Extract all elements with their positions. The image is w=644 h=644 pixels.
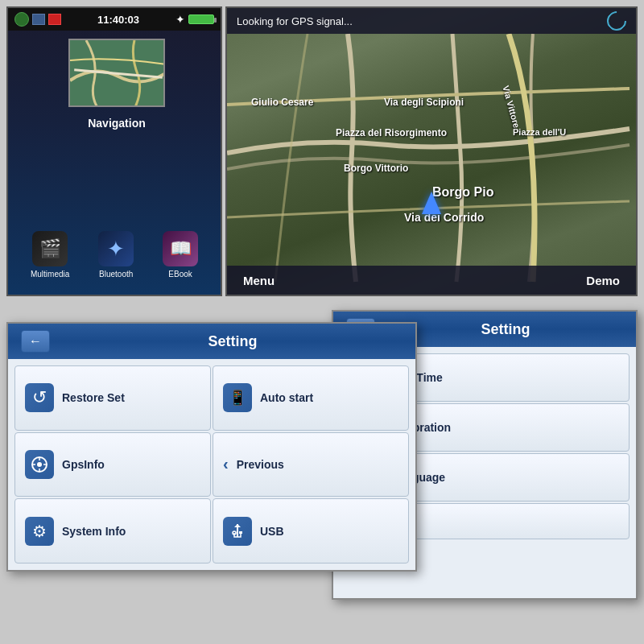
setting-grid-1: ↺ Restore Set 📱 Auto start	[8, 359, 415, 570]
usb-icon	[223, 517, 252, 546]
previous-chevron-icon: ‹	[223, 455, 229, 473]
gps-info-svg	[30, 455, 49, 474]
multimedia-label: Multimedia	[31, 270, 69, 279]
street-borgo-vittorio: Borgo Vittorio	[344, 163, 408, 174]
back-button-1[interactable]: ←	[21, 330, 50, 353]
usb-item[interactable]: USB	[213, 498, 409, 564]
status-icons-left	[14, 12, 61, 27]
street-piazza-dell: Piazza dell'U	[513, 127, 566, 137]
restore-set-label: Restore Set	[62, 391, 125, 404]
system-info-item[interactable]: ⚙ System Info	[14, 498, 211, 564]
previous-label: Previous	[237, 458, 284, 471]
street-borgo-pio: Borgo Pio	[432, 185, 493, 200]
restore-set-icon: ↺	[25, 383, 54, 412]
nav-label[interactable]: Navigation	[68, 117, 165, 130]
multimedia-icon: 🎬	[32, 231, 68, 266]
bottom-icons: 🎬 Multimedia ✦ Bluetooth 📖 EBook	[8, 231, 221, 279]
gps-refresh-icon	[603, 7, 630, 35]
gps-map-background	[227, 8, 636, 295]
ebook-app[interactable]: 📖 EBook	[163, 231, 198, 279]
gps-bottom-bar: Menu Demo	[227, 266, 636, 295]
demo-button[interactable]: Demo	[586, 274, 620, 287]
auto-start-icon: 📱	[223, 383, 252, 412]
gps-status-bar: Looking for GPS signal...	[227, 8, 636, 34]
street-via-scipioni: Via degli Scipioni	[384, 97, 464, 108]
bluetooth-icon: ✦	[98, 231, 134, 266]
bluetooth-app[interactable]: ✦ Bluetooth	[98, 231, 134, 279]
usb-label: USB	[260, 525, 284, 538]
top-section: 11:40:03 ✦ Navigation 🎬 Multimedia	[0, 0, 644, 306]
system-info-icon: ⚙	[25, 517, 54, 546]
gps-info-item[interactable]: GpsInfo	[14, 432, 211, 497]
battery-icon	[188, 14, 214, 24]
street-giulio-cesare: Giulio Cesare	[251, 97, 313, 108]
setting-screen-1: ← Setting ↺ Restore Set 📱 Auto start	[6, 322, 417, 572]
gps-map-svg	[227, 8, 636, 295]
red-square-icon	[48, 14, 61, 25]
ebook-icon: 📖	[163, 231, 198, 266]
gps-signal-text: Looking for GPS signal...	[237, 15, 353, 27]
status-bar: 11:40:03 ✦	[8, 8, 221, 31]
status-icons-right: ✦	[175, 13, 214, 26]
auto-start-label: Auto start	[260, 391, 313, 404]
setting-title-2: Setting	[388, 321, 623, 338]
setting-title-1: Setting	[63, 333, 402, 350]
system-info-label: System Info	[62, 525, 126, 538]
previous-item[interactable]: ‹ Previous	[213, 432, 409, 497]
blue-square-icon	[32, 14, 45, 25]
usb-svg	[229, 522, 246, 540]
bottom-section: ← Setting ✤ DateTime Calibration 🌐	[0, 306, 644, 644]
restore-set-item[interactable]: ↺ Restore Set	[14, 365, 211, 431]
ebook-label: EBook	[168, 270, 192, 279]
svg-point-5	[37, 462, 42, 467]
home-screen: 11:40:03 ✦ Navigation 🎬 Multimedia	[6, 6, 222, 296]
map-svg	[70, 40, 165, 107]
svg-rect-11	[239, 531, 242, 534]
multimedia-app[interactable]: 🎬 Multimedia	[31, 231, 69, 279]
bluetooth-status-icon: ✦	[175, 13, 185, 26]
bluetooth-label: Bluetooth	[99, 270, 133, 279]
street-piazza-risorgimento: Piazza del Risorgimento	[336, 127, 447, 138]
green-circle-icon	[14, 12, 29, 27]
gps-info-icon	[25, 450, 54, 479]
setting-header-1: ← Setting	[8, 324, 415, 359]
auto-start-item[interactable]: 📱 Auto start	[213, 365, 409, 431]
map-thumbnail[interactable]	[68, 39, 165, 107]
menu-button[interactable]: Menu	[243, 274, 275, 287]
gps-info-label: GpsInfo	[62, 458, 105, 471]
gps-screen: Looking for GPS signal... Giulio Cesare …	[225, 6, 638, 296]
street-via-corrido: Via dei Corrido	[404, 211, 484, 224]
time-display: 11:40:03	[97, 14, 139, 26]
navigation-arrow	[422, 192, 441, 214]
